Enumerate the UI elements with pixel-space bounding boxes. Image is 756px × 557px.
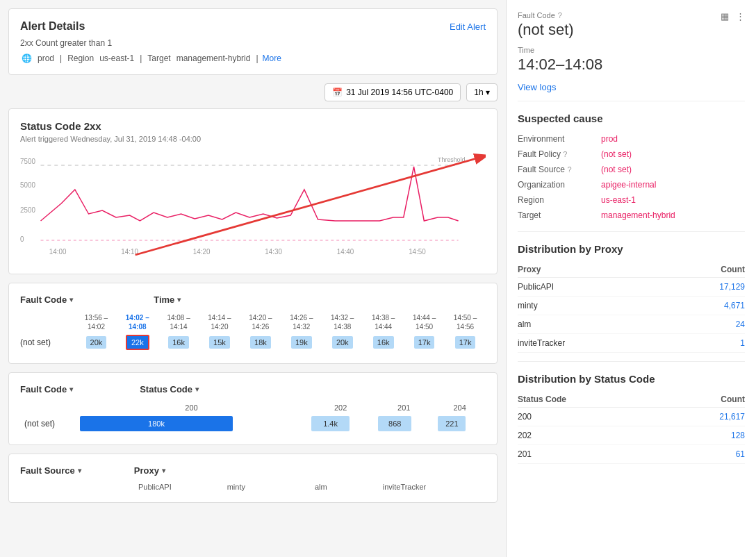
suspected-cause-title: Suspected cause xyxy=(518,113,745,124)
list-item: inviteTracker 1 xyxy=(518,334,745,353)
sc-dropdown-icon: ▾ xyxy=(195,385,199,393)
info-row-org: Organization apigee-internal xyxy=(518,177,745,192)
info-row-fp: Fault Policy ? (not set) xyxy=(518,147,745,162)
env-value: prod xyxy=(38,53,54,63)
proxy-col-minty: minty xyxy=(227,483,245,491)
cell-17k[interactable]: 17k xyxy=(404,333,445,352)
org-val: apigee-internal xyxy=(601,177,745,192)
th-202: 202 xyxy=(307,401,374,414)
fault-code-col2-header[interactable]: Fault Code ▾ xyxy=(20,384,73,394)
cell-221[interactable]: 221 xyxy=(434,414,486,433)
time-label: Time xyxy=(518,46,745,54)
th-1450: 14:50 –14:56 xyxy=(445,312,486,333)
time-range-button[interactable]: 1h ▾ xyxy=(466,83,498,101)
info-row-region: Region us-east-1 xyxy=(518,192,745,208)
time-value: 14:02–14:08 xyxy=(518,56,745,74)
more-link[interactable]: More xyxy=(263,53,281,63)
fault-code-value: (not set) xyxy=(518,21,574,39)
count-header: Count xyxy=(666,262,745,278)
proxy-count-alm: 24 xyxy=(666,315,745,334)
cell-18k[interactable]: 18k xyxy=(240,333,281,352)
svg-text:2500: 2500 xyxy=(20,206,35,214)
status-code-col-header[interactable]: Status Code ▾ xyxy=(140,384,199,394)
fs-val: (not set) xyxy=(601,162,745,177)
fault-source-proxy-card: Fault Source ▾ Proxy ▾ PublicAPI minty a… xyxy=(8,454,498,503)
dist-status-header: Status Code Count xyxy=(518,392,745,408)
th-200: 200 xyxy=(76,401,307,414)
cell-20k-2[interactable]: 20k xyxy=(322,333,363,352)
divider-1 xyxy=(518,101,745,101)
chart-title: Status Code 2xx xyxy=(20,120,486,132)
view-logs-link[interactable]: View logs xyxy=(518,82,556,92)
fs-help-icon[interactable]: ? xyxy=(567,165,571,174)
svg-text:14:00: 14:00 xyxy=(49,248,67,256)
th-1414: 14:14 –14:20 xyxy=(199,312,240,333)
fp-help-icon[interactable]: ? xyxy=(563,150,567,158)
proxy-name-alm: alm xyxy=(518,315,666,334)
status-count-200: 21,617 xyxy=(667,408,745,426)
svg-text:Threshold: Threshold xyxy=(438,156,465,163)
fault-code-help-icon[interactable]: ? xyxy=(558,11,562,19)
list-item: alm 24 xyxy=(518,315,745,334)
globe-icon: 🌐 xyxy=(22,53,32,63)
proxy-count-publicapi: 17,129 xyxy=(666,278,745,297)
fc2-dropdown-icon: ▾ xyxy=(69,385,73,393)
proxy-name-minty: minty xyxy=(518,297,666,315)
divider-3 xyxy=(518,361,745,362)
th-1426: 14:26 –14:32 xyxy=(281,312,322,333)
fault-code-col-header[interactable]: Fault Code ▾ xyxy=(20,294,73,305)
th-1438: 14:38 –14:44 xyxy=(363,312,404,333)
cell-22k-selected[interactable]: 22k xyxy=(117,333,158,352)
dist-status-title: Distribution by Status Code xyxy=(518,373,745,385)
table-row: (not set) 20k 22k 16k 15k 18k 19k 20k 16… xyxy=(20,333,486,352)
cell-180k[interactable]: 180k xyxy=(76,414,307,433)
th-1356: 13:56 –14:02 xyxy=(76,312,117,333)
svg-text:14:20: 14:20 xyxy=(193,248,211,256)
cell-20k[interactable]: 20k xyxy=(76,333,117,352)
datetime-button[interactable]: 📅 31 Jul 2019 14:56 UTC-0400 xyxy=(324,83,461,101)
cell-17k-2[interactable]: 17k xyxy=(445,333,486,352)
info-row-target: Target management-hybrid xyxy=(518,208,745,223)
chart-svg: 7500 5000 2500 0 Threshold 14:00 14:10 1… xyxy=(20,151,486,263)
region-info-val: us-east-1 xyxy=(601,192,745,208)
cell-15k[interactable]: 15k xyxy=(199,333,240,352)
chevron-down-icon: ▾ xyxy=(486,88,490,97)
list-item: 201 61 xyxy=(518,445,745,464)
list-item: 200 21,617 xyxy=(518,408,745,426)
alert-subtitle: 2xx Count greater than 1 xyxy=(20,38,486,48)
cell-868[interactable]: 868 xyxy=(374,414,434,433)
fault-code-time-table: 13:56 –14:02 14:02 –14:08 14:08 –14:14 1… xyxy=(20,312,486,352)
status-code-201: 201 xyxy=(518,445,667,464)
cell-1-4k[interactable]: 1.4k xyxy=(307,414,374,433)
cell-16k-2[interactable]: 16k xyxy=(363,333,404,352)
proxy-col-publicapi: PublicAPI xyxy=(138,483,172,491)
region-label: Region xyxy=(67,53,94,63)
list-item: 202 128 xyxy=(518,426,745,445)
proxy-count-minty: 4,671 xyxy=(666,297,745,315)
not-set-label2: (not set) xyxy=(20,414,76,433)
svg-text:14:10: 14:10 xyxy=(121,248,138,256)
proxy-column-values: PublicAPI minty alm inviteTracker xyxy=(138,483,486,491)
status-table-row: (not set) 180k 1.4k 868 221 xyxy=(20,414,486,433)
fs-dropdown-icon: ▾ xyxy=(78,467,81,474)
divider-2 xyxy=(518,231,745,232)
cell-19k[interactable]: 19k xyxy=(281,333,322,352)
target-info-val: management-hybrid xyxy=(601,208,745,223)
calendar-icon: 📅 xyxy=(332,88,343,97)
time-col-header[interactable]: Time ▾ xyxy=(154,294,181,305)
time-range-label: 1h xyxy=(474,88,483,97)
chart-subtitle: Alert triggered Wednesday, Jul 31, 2019 … xyxy=(20,135,486,143)
datetime-bar: 📅 31 Jul 2019 14:56 UTC-0400 1h ▾ xyxy=(8,83,498,101)
proxy-col-header[interactable]: Proxy ▾ xyxy=(134,465,165,476)
info-row-env: Environment prod xyxy=(518,131,745,147)
region-value: us-east-1 xyxy=(99,53,134,63)
bar-chart-icon[interactable]: ▦ xyxy=(721,11,729,22)
more-options-icon[interactable]: ⋮ xyxy=(736,11,745,22)
empty-th xyxy=(20,312,76,333)
edit-alert-link[interactable]: Edit Alert xyxy=(450,22,486,32)
status-count-201: 61 xyxy=(667,445,745,464)
svg-text:14:30: 14:30 xyxy=(265,248,282,256)
fault-source-col-header[interactable]: Fault Source ▾ xyxy=(20,465,81,476)
cell-16k[interactable]: 16k xyxy=(158,333,199,352)
th-1420: 14:20 –14:26 xyxy=(240,312,281,333)
